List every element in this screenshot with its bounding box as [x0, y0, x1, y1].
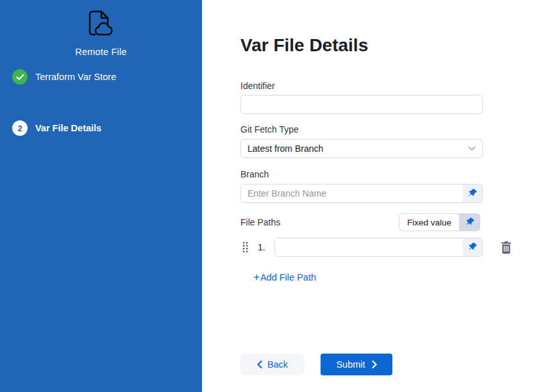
chevron-down-icon — [468, 146, 476, 151]
add-file-path-label: Add File Path — [260, 272, 316, 282]
wizard-sidebar: Remote File Terraform Var Store 2 Var Fi… — [0, 0, 202, 392]
step-number-badge: 2 — [12, 120, 28, 136]
back-button-label: Back — [267, 359, 288, 370]
identifier-input[interactable] — [240, 95, 483, 114]
chevron-left-icon — [257, 361, 262, 368]
sidebar-step-var-file-details[interactable]: 2 Var File Details — [12, 120, 101, 136]
submit-button-label: Submit — [336, 359, 365, 370]
back-button[interactable]: Back — [240, 354, 305, 375]
drag-handle[interactable] — [242, 241, 249, 253]
identifier-label: Identifier — [240, 81, 275, 91]
file-path-row: 1. — [240, 238, 536, 257]
submit-button[interactable]: Submit — [321, 354, 392, 375]
file-path-pin-button[interactable] — [463, 238, 482, 256]
file-paths-pin-button[interactable] — [459, 213, 480, 231]
sidebar-step-label: Terraform Var Store — [35, 72, 116, 82]
remote-file-icon — [83, 8, 114, 38]
branch-label: Branch — [240, 169, 269, 179]
branch-input[interactable] — [241, 184, 463, 202]
git-fetch-type-value: Latest from Branch — [247, 143, 323, 154]
file-path-row-index: 1. — [258, 242, 268, 252]
trash-icon — [501, 241, 512, 254]
pin-icon — [468, 189, 477, 198]
branch-field — [240, 184, 483, 203]
git-fetch-type-select[interactable]: Latest from Branch — [240, 139, 483, 158]
sidebar-step-label: Var File Details — [35, 123, 101, 133]
form-panel: Var File Details Identifier Git Fetch Ty… — [202, 0, 536, 392]
pin-icon — [465, 218, 474, 227]
file-paths-type-selector: Fixed value — [399, 213, 480, 231]
plus-icon: + — [253, 272, 260, 282]
git-fetch-type-label: Git Fetch Type — [240, 124, 299, 135]
remote-file-label: Remote File — [0, 47, 202, 57]
branch-pin-button[interactable] — [463, 184, 482, 202]
file-path-input[interactable] — [275, 238, 463, 256]
var-file-details-dialog: Remote File Terraform Var Store 2 Var Fi… — [0, 0, 536, 392]
fixed-value-dropdown[interactable]: Fixed value — [399, 213, 459, 231]
step-complete-check-icon — [12, 69, 28, 85]
file-paths-label: File Paths — [240, 217, 280, 227]
sidebar-step-terraform-var-store[interactable]: Terraform Var Store — [12, 69, 116, 85]
page-title: Var File Details — [240, 35, 368, 56]
chevron-right-icon — [372, 361, 377, 368]
add-file-path-link[interactable]: + Add File Path — [253, 272, 316, 282]
delete-file-path-button[interactable] — [501, 241, 512, 254]
pin-icon — [468, 243, 477, 252]
file-path-field — [274, 238, 483, 257]
